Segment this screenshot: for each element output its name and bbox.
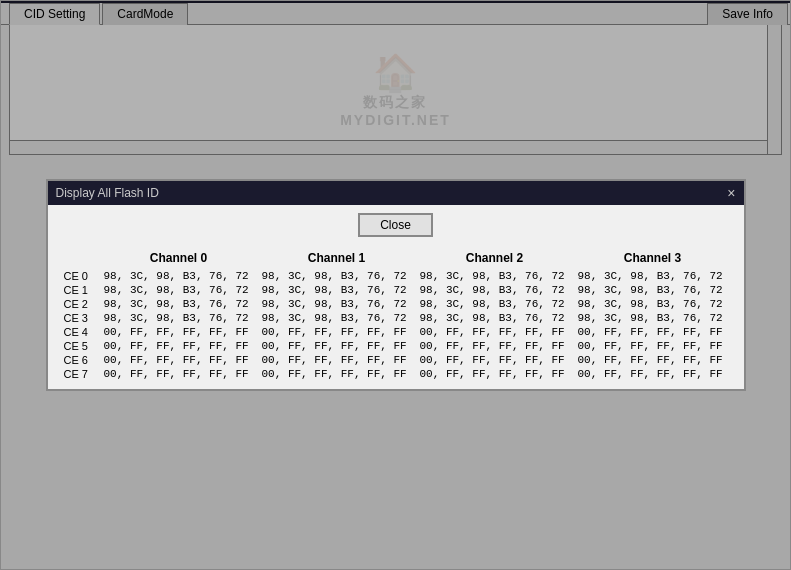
dialog-ch2-data: 00, FF, FF, FF, FF, FF	[416, 367, 574, 381]
dialog-ch0-data: 00, FF, FF, FF, FF, FF	[100, 367, 258, 381]
dialog-ch3-data: 00, FF, FF, FF, FF, FF	[574, 367, 732, 381]
dialog-ch2-data: 98, 3C, 98, B3, 76, 72	[416, 311, 574, 325]
dialog-table-row: CE 1 98, 3C, 98, B3, 76, 72 98, 3C, 98, …	[60, 283, 732, 297]
dialog-ch3-data: 98, 3C, 98, B3, 76, 72	[574, 269, 732, 283]
dialog-close-row: Close	[60, 213, 732, 237]
dialog-ch1-data: 98, 3C, 98, B3, 76, 72	[258, 283, 416, 297]
dialog-title: Display All Flash ID	[56, 186, 159, 200]
dialog-close-button[interactable]: ×	[727, 185, 735, 201]
dialog-ch3-data: 98, 3C, 98, B3, 76, 72	[574, 311, 732, 325]
dialog-table-row: CE 6 00, FF, FF, FF, FF, FF 00, FF, FF, …	[60, 353, 732, 367]
dialog-ch0-data: 98, 3C, 98, B3, 76, 72	[100, 297, 258, 311]
dialog-ch0-data: 98, 3C, 98, B3, 76, 72	[100, 283, 258, 297]
dialog-ce-label: CE 5	[60, 339, 100, 353]
dialog-ch2-data: 98, 3C, 98, B3, 76, 72	[416, 297, 574, 311]
dialog-ch1-data: 98, 3C, 98, B3, 76, 72	[258, 311, 416, 325]
dialog-ce-label: CE 7	[60, 367, 100, 381]
dialog-close-action-button[interactable]: Close	[358, 213, 433, 237]
dialog-ch0-data: 00, FF, FF, FF, FF, FF	[100, 325, 258, 339]
dialog-overlay: Display All Flash ID × Close Channel 0 C…	[1, 1, 790, 569]
dialog-ch1-data: 98, 3C, 98, B3, 76, 72	[258, 297, 416, 311]
dialog-ce-label: CE 1	[60, 283, 100, 297]
dialog-ch2-data: 00, FF, FF, FF, FF, FF	[416, 353, 574, 367]
main-window: Dialog × Cancel Model Name Serial Number…	[0, 0, 791, 570]
dialog-ch1-data: 00, FF, FF, FF, FF, FF	[258, 325, 416, 339]
dialog-ch1-data: 00, FF, FF, FF, FF, FF	[258, 353, 416, 367]
dialog-ch3-data: 98, 3C, 98, B3, 76, 72	[574, 297, 732, 311]
dialog-ch3-data: 00, FF, FF, FF, FF, FF	[574, 353, 732, 367]
dialog-table-row: CE 7 00, FF, FF, FF, FF, FF 00, FF, FF, …	[60, 367, 732, 381]
dialog-ce-label: CE 3	[60, 311, 100, 325]
dialog-ch1-data: 00, FF, FF, FF, FF, FF	[258, 339, 416, 353]
dialog-ce-label: CE 4	[60, 325, 100, 339]
dialog-th-empty	[60, 247, 100, 269]
dialog-flash-table: Channel 0 Channel 1 Channel 2 Channel 3 …	[60, 247, 732, 381]
dialog-ce-label: CE 2	[60, 297, 100, 311]
dialog-ch2-data: 98, 3C, 98, B3, 76, 72	[416, 283, 574, 297]
dialog-ce-label: CE 6	[60, 353, 100, 367]
dialog-table-row: CE 2 98, 3C, 98, B3, 76, 72 98, 3C, 98, …	[60, 297, 732, 311]
dialog-table-row: CE 3 98, 3C, 98, B3, 76, 72 98, 3C, 98, …	[60, 311, 732, 325]
dialog-ch1-data: 00, FF, FF, FF, FF, FF	[258, 367, 416, 381]
flash-id-dialog: Display All Flash ID × Close Channel 0 C…	[46, 179, 746, 391]
dialog-table-row: CE 0 98, 3C, 98, B3, 76, 72 98, 3C, 98, …	[60, 269, 732, 283]
dialog-ch2-data: 98, 3C, 98, B3, 76, 72	[416, 269, 574, 283]
dialog-ch0-data: 98, 3C, 98, B3, 76, 72	[100, 311, 258, 325]
dialog-body: Close Channel 0 Channel 1 Channel 2 Chan…	[48, 205, 744, 389]
dialog-title-bar: Display All Flash ID ×	[48, 181, 744, 205]
dialog-ch3-data: 00, FF, FF, FF, FF, FF	[574, 339, 732, 353]
dialog-ch0-data: 00, FF, FF, FF, FF, FF	[100, 353, 258, 367]
dialog-ch2-data: 00, FF, FF, FF, FF, FF	[416, 325, 574, 339]
dialog-ch3-data: 98, 3C, 98, B3, 76, 72	[574, 283, 732, 297]
dialog-ce-label: CE 0	[60, 269, 100, 283]
dialog-ch0-data: 00, FF, FF, FF, FF, FF	[100, 339, 258, 353]
dialog-table-row: CE 4 00, FF, FF, FF, FF, FF 00, FF, FF, …	[60, 325, 732, 339]
dialog-col0-header: Channel 0	[100, 247, 258, 269]
dialog-col3-header: Channel 3	[574, 247, 732, 269]
dialog-col1-header: Channel 1	[258, 247, 416, 269]
dialog-ch1-data: 98, 3C, 98, B3, 76, 72	[258, 269, 416, 283]
dialog-col2-header: Channel 2	[416, 247, 574, 269]
dialog-ch0-data: 98, 3C, 98, B3, 76, 72	[100, 269, 258, 283]
dialog-ch3-data: 00, FF, FF, FF, FF, FF	[574, 325, 732, 339]
dialog-ch2-data: 00, FF, FF, FF, FF, FF	[416, 339, 574, 353]
dialog-table-row: CE 5 00, FF, FF, FF, FF, FF 00, FF, FF, …	[60, 339, 732, 353]
